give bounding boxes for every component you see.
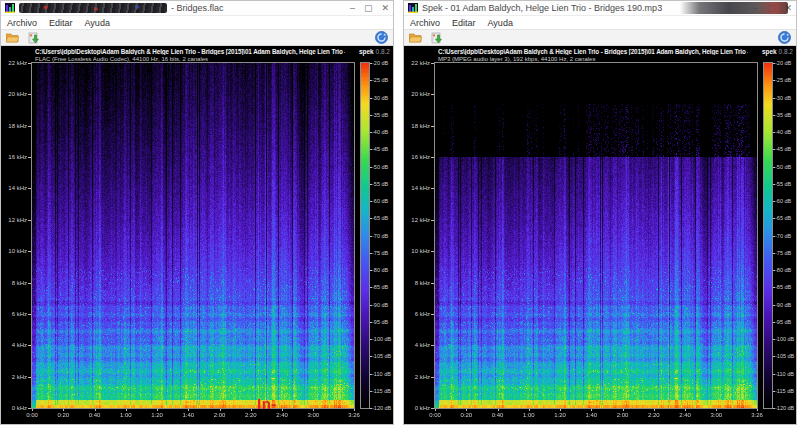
axis-tick: [466, 409, 467, 411]
axis-label: 0 kHz: [1, 405, 27, 411]
axis-tick: [773, 270, 775, 271]
axis-tick: [126, 409, 127, 411]
axis-label: 16 kHz: [404, 154, 430, 160]
axis-label: 0 kHz: [404, 405, 430, 411]
axis-tick: [773, 167, 775, 168]
titlebar[interactable]: Spek - 01 Adam Baldych, Helge Lien Trio …: [404, 1, 796, 16]
axis-tick: [28, 345, 31, 346]
axis-label: -50 dB: [372, 164, 388, 170]
axis-label: 10 kHz: [1, 248, 27, 254]
axis-tick: [773, 305, 775, 306]
menu-ayuda[interactable]: Ayuda: [85, 18, 110, 28]
axis-tick: [220, 409, 221, 411]
axis-label: -20 dB: [775, 60, 791, 66]
axis-label: 6 kHz: [404, 311, 430, 317]
axis-tick: [773, 356, 775, 357]
menu-archivo[interactable]: Archivo: [7, 18, 37, 28]
axis-label: 1:40: [578, 412, 604, 418]
axis-tick: [370, 374, 372, 375]
axis-label: 12 kHz: [404, 217, 430, 223]
axis-tick: [560, 409, 561, 411]
axis-label: -40 dB: [775, 129, 791, 135]
axis-tick: [773, 218, 775, 219]
check-update-button[interactable]: [374, 31, 389, 45]
axis-label: -85 dB: [372, 284, 388, 290]
axis-tick: [370, 115, 372, 116]
axis-tick: [431, 220, 434, 221]
axis-tick: [370, 408, 372, 409]
maximize-button[interactable]: ▢: [364, 4, 373, 13]
axis-tick: [282, 409, 283, 411]
axis-label: -60 dB: [775, 198, 791, 204]
axis-tick: [773, 80, 775, 81]
axis-label: -110 dB: [775, 371, 794, 377]
menu-archivo[interactable]: Archivo: [410, 18, 440, 28]
axis-tick: [370, 391, 372, 392]
axis-tick: [773, 201, 775, 202]
window-title: - Bridges.flac: [171, 3, 224, 13]
axis-tick: [28, 157, 31, 158]
menubar: Archivo Editar Ayuda: [1, 16, 393, 29]
axis-label: -85 dB: [775, 284, 791, 290]
axis-label: -80 dB: [775, 267, 791, 273]
axis-tick: [431, 94, 434, 95]
axis-label: -110 dB: [372, 371, 391, 377]
axis-label: 2 kHz: [404, 374, 430, 380]
axis-tick: [157, 409, 158, 411]
axis-tick: [313, 409, 314, 411]
axis-tick: [773, 132, 775, 133]
spek-window-flac: - Bridges.flac – ▢ ✕ Archivo Editar Ayud…: [0, 0, 394, 425]
axis-tick: [95, 409, 96, 411]
open-file-button[interactable]: [408, 31, 423, 45]
axis-tick: [498, 409, 499, 411]
axis-label: -45 dB: [372, 146, 388, 152]
axis-tick: [431, 408, 434, 409]
axis-tick: [773, 236, 775, 237]
axis-label: -30 dB: [775, 95, 791, 101]
folder-open-icon: [409, 32, 422, 43]
check-update-button[interactable]: [777, 31, 792, 45]
axis-tick: [431, 345, 434, 346]
spek-app-icon: [408, 3, 418, 13]
window-title: Spek - 01 Adam Baldych, Helge Lien Trio …: [422, 3, 662, 13]
save-image-button[interactable]: [429, 31, 444, 45]
minimize-button[interactable]: –: [350, 4, 355, 13]
axis-tick: [654, 409, 655, 411]
colorbar: [763, 62, 773, 409]
axis-label: -65 dB: [775, 215, 791, 221]
open-file-button[interactable]: [5, 31, 20, 45]
file-path: C:\Users\jdpb\Desktop\Adam Baldych & Hel…: [438, 48, 748, 55]
app-name: spek: [762, 48, 777, 55]
spectrogram-canvas: [435, 63, 757, 408]
axis-tick: [28, 188, 31, 189]
axis-label: -35 dB: [372, 112, 388, 118]
axis-label: 2:00: [207, 412, 233, 418]
axis-label: -75 dB: [775, 250, 791, 256]
axis-label: 0:00: [19, 412, 45, 418]
axis-label: -40 dB: [372, 129, 388, 135]
axis-label: 0:40: [82, 412, 108, 418]
axis-tick: [188, 409, 189, 411]
axis-tick: [370, 132, 372, 133]
axis-label: -90 dB: [775, 302, 791, 308]
close-button[interactable]: ✕: [381, 4, 389, 13]
titlebar[interactable]: - Bridges.flac – ▢ ✕: [1, 1, 393, 16]
axis-tick: [431, 63, 434, 64]
app-name: spek: [359, 48, 374, 55]
menu-ayuda[interactable]: Ayuda: [488, 18, 513, 28]
axis-label: -115 dB: [372, 388, 391, 394]
axis-tick: [716, 409, 717, 411]
axis-label: -105 dB: [775, 353, 794, 359]
axis-label: -20 dB: [372, 60, 388, 66]
axis-tick: [370, 149, 372, 150]
axis-tick: [370, 270, 372, 271]
menu-editar[interactable]: Editar: [452, 18, 476, 28]
axis-tick: [28, 408, 31, 409]
axis-label: 6 kHz: [1, 311, 27, 317]
axis-label: 14 kHz: [1, 185, 27, 191]
save-image-button[interactable]: [26, 31, 41, 45]
menu-editar[interactable]: Editar: [49, 18, 73, 28]
axis-tick: [28, 63, 31, 64]
axis-tick: [370, 322, 372, 323]
save-icon: [28, 32, 40, 44]
